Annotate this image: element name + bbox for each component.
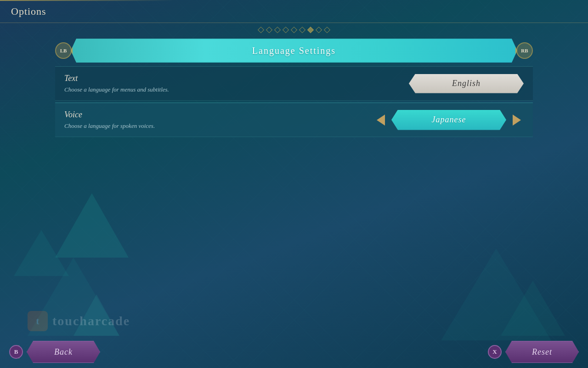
voice-prev-icon xyxy=(377,115,385,126)
voice-next-button[interactable] xyxy=(510,113,524,127)
tab-dot-1 xyxy=(258,27,264,33)
reset-button-area: X Reset xyxy=(488,341,579,363)
voice-setting-desc: Choose a language for spoken voices. xyxy=(64,122,374,130)
text-setting-desc: Choose a language for menus and subtitle… xyxy=(64,86,409,93)
voice-prev-button[interactable] xyxy=(374,113,388,127)
tab-dot-4 xyxy=(283,27,289,33)
bottom-bar: B Back X Reset xyxy=(0,336,588,368)
text-setting-row: Text Choose a language for menus and sub… xyxy=(55,66,533,101)
watermark-text: toucharcade xyxy=(52,314,130,328)
title-bar: Options xyxy=(0,0,588,23)
reset-button[interactable]: Reset xyxy=(505,341,579,363)
tab-dot-2 xyxy=(266,27,272,33)
voice-setting-control: Japanese xyxy=(374,110,524,130)
watermark: t toucharcade xyxy=(28,311,130,331)
tab-nav: LB Language Settings RB xyxy=(55,39,533,63)
tab-dot-6 xyxy=(299,27,305,33)
text-setting-name: Text xyxy=(64,74,409,83)
b-circle-badge: B xyxy=(9,345,23,359)
text-value-button: English xyxy=(409,74,524,93)
tab-dot-8 xyxy=(316,27,322,33)
bg-triangle-5 xyxy=(441,248,551,340)
lb-button[interactable]: LB xyxy=(55,42,72,59)
settings-container: Text Choose a language for menus and sub… xyxy=(55,66,533,137)
tab-dot-7 xyxy=(307,27,314,33)
rb-button[interactable]: RB xyxy=(516,42,533,59)
back-button[interactable]: Back xyxy=(27,341,100,363)
voice-setting-name: Voice xyxy=(64,110,374,120)
text-setting-info: Text Choose a language for menus and sub… xyxy=(64,74,409,93)
tab-dot-3 xyxy=(274,27,281,33)
tab-title: Language Settings xyxy=(252,46,336,56)
text-setting-control: English xyxy=(409,74,524,93)
watermark-logo: t xyxy=(28,311,48,331)
x-circle-badge: X xyxy=(488,345,502,359)
page-title: Options xyxy=(11,6,46,17)
voice-next-icon xyxy=(513,115,521,126)
voice-setting-row: Voice Choose a language for spoken voice… xyxy=(55,103,533,137)
voice-setting-info: Voice Choose a language for spoken voice… xyxy=(64,110,374,130)
voice-value-button[interactable]: Japanese xyxy=(391,110,506,130)
tab-indicators xyxy=(55,28,533,32)
tab-dot-5 xyxy=(291,27,297,33)
tab-title-bar: Language Settings xyxy=(71,39,517,63)
back-button-area: B Back xyxy=(9,341,100,363)
tab-dot-9 xyxy=(324,27,330,33)
main-content: LB Language Settings RB Text Choose a la… xyxy=(55,28,533,139)
